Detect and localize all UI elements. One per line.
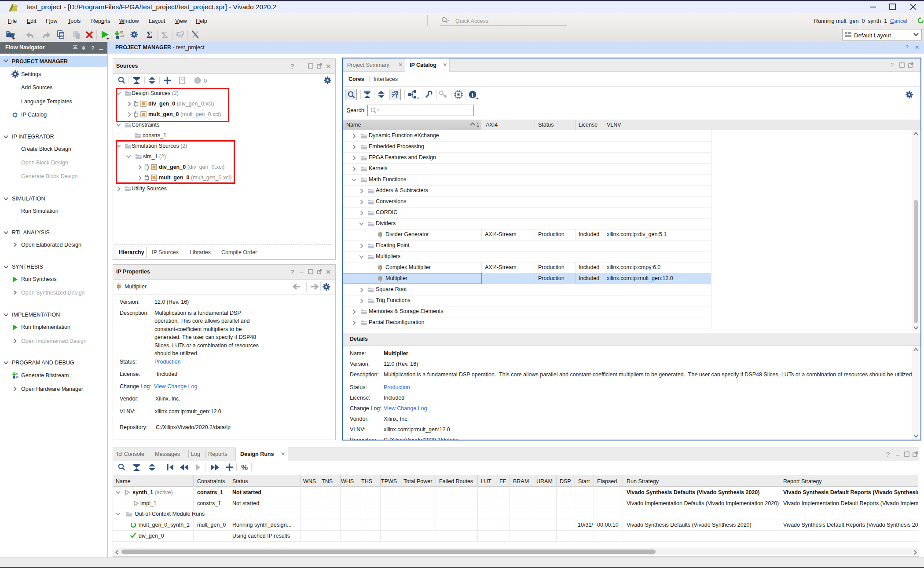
- svg-text:i: i: [472, 91, 473, 98]
- svg-text:0: 0: [204, 77, 207, 84]
- svg-text:10: 10: [16, 375, 18, 378]
- svg-text:?: ?: [181, 78, 183, 83]
- svg-text:01: 01: [120, 31, 124, 34]
- svg-text:%: %: [241, 463, 248, 472]
- svg-text:?: ?: [91, 45, 95, 51]
- svg-text:10: 10: [120, 34, 124, 37]
- svg-text:Σ: Σ: [147, 30, 152, 40]
